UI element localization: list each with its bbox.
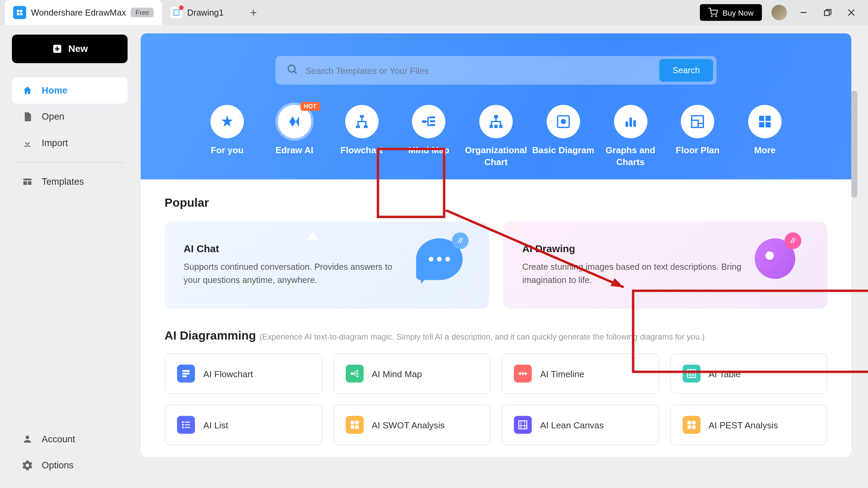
cat-label: More: [754, 144, 775, 156]
file-icon: [21, 111, 33, 123]
import-icon: [21, 137, 33, 149]
sidebar-options[interactable]: Options: [12, 452, 127, 479]
cat-foryou[interactable]: For you: [194, 105, 260, 167]
ai-lean-card[interactable]: AI Lean Canvas: [501, 405, 659, 445]
svg-point-43: [356, 370, 358, 372]
card-label: AI List: [203, 420, 228, 430]
content: ▾ ▾ ▾ Search For you HOTEdraw AI Flowcha…: [130, 25, 868, 488]
hero: Search For you HOTEdraw AI Flowchart Min…: [141, 33, 851, 179]
cat-flowchart[interactable]: Flowchart: [329, 105, 394, 167]
document-icon: [171, 6, 182, 18]
svg-line-17: [294, 71, 296, 74]
cat-label: Mind Map: [408, 144, 450, 156]
user-avatar[interactable]: [771, 5, 787, 20]
svg-point-47: [182, 421, 184, 423]
svg-rect-37: [759, 122, 764, 127]
card-label: AI Flowchart: [203, 368, 253, 379]
svg-rect-20: [363, 125, 367, 128]
cat-basic[interactable]: Basic Diagram: [530, 105, 596, 167]
account-icon: [21, 433, 33, 445]
sidebar-label: Home: [42, 85, 67, 96]
cat-edrawai[interactable]: HOTEdraw AI: [261, 105, 327, 167]
cat-label: Edraw AI: [275, 144, 313, 156]
ai-table-card[interactable]: AI Table: [670, 353, 827, 394]
sidebar-account[interactable]: Account: [12, 426, 127, 452]
search-input[interactable]: [305, 65, 652, 76]
card-label: AI Timeline: [540, 368, 584, 379]
svg-point-1: [716, 16, 716, 16]
section-title: AI Diagramming: [164, 329, 256, 343]
search-box: Search: [275, 56, 716, 84]
svg-rect-55: [350, 425, 354, 429]
search-icon: [286, 63, 298, 77]
sidebar-import[interactable]: Import: [12, 130, 127, 156]
tab-label: Drawing1: [187, 8, 224, 17]
sidebar-label: Options: [42, 460, 74, 471]
popular-section: Popular AI Chat Supports continued conve…: [141, 179, 851, 457]
new-tab-button[interactable]: +: [244, 3, 263, 22]
svg-point-42: [350, 372, 353, 375]
ai-drawing-card[interactable]: AI Drawing Create stunning images based …: [503, 222, 827, 309]
svg-rect-57: [519, 421, 527, 429]
plus-icon: [52, 43, 62, 54]
svg-rect-3: [825, 11, 829, 16]
svg-point-30: [560, 119, 566, 124]
ai-list-card[interactable]: AI List: [164, 405, 322, 445]
tab-app[interactable]: Wondershare EdrawMax Free: [5, 0, 162, 25]
svg-rect-48: [185, 422, 190, 423]
card-desc: Create stunning images based on text des…: [522, 261, 743, 287]
buy-now-button[interactable]: Buy Now: [700, 4, 762, 21]
close-button[interactable]: [844, 5, 859, 20]
maximize-button[interactable]: [820, 5, 834, 20]
search-button[interactable]: Search: [659, 59, 713, 82]
ai-pest-card[interactable]: AI PEST Analysis: [670, 405, 827, 445]
svg-rect-25: [494, 115, 498, 119]
hot-badge: HOT: [300, 102, 320, 111]
cat-floor[interactable]: Floor Plan: [665, 105, 730, 167]
svg-point-45: [356, 375, 358, 377]
cat-label: For you: [211, 144, 244, 156]
svg-rect-21: [422, 120, 426, 123]
svg-point-51: [182, 427, 184, 428]
svg-rect-52: [185, 427, 190, 428]
svg-rect-32: [629, 118, 632, 127]
new-button[interactable]: New: [12, 35, 127, 63]
svg-point-7: [26, 435, 29, 439]
ai-chat-card[interactable]: AI Chat Supports continued conversation.…: [164, 222, 489, 309]
card-label: AI Mind Map: [372, 368, 422, 379]
sidebar-label: Open: [42, 111, 64, 122]
svg-rect-23: [430, 120, 435, 122]
minimize-button[interactable]: [796, 5, 811, 20]
home-icon: [21, 85, 33, 97]
svg-rect-19: [356, 125, 359, 128]
svg-rect-41: [182, 375, 187, 377]
svg-rect-56: [355, 425, 359, 429]
cat-graphs[interactable]: Graphs and Charts: [598, 105, 663, 167]
ai-timeline-card[interactable]: AI Timeline: [501, 353, 659, 394]
svg-point-16: [288, 65, 295, 72]
divider: [17, 162, 124, 163]
sidebar-templates[interactable]: Templates: [12, 169, 127, 195]
cat-mindmap[interactable]: Mind Map: [396, 105, 461, 167]
cat-more[interactable]: More: [732, 105, 797, 167]
ai-swot-card[interactable]: AI SWOT Analysis: [333, 405, 491, 445]
svg-rect-27: [494, 125, 498, 128]
cat-label: Flowchart: [340, 144, 383, 156]
section-subtitle: (Experience AI text-to-diagram magic. Si…: [259, 332, 705, 341]
svg-rect-46: [687, 370, 695, 378]
ai-flowchart-card[interactable]: AI Flowchart: [164, 353, 322, 394]
cat-label: Basic Diagram: [532, 144, 594, 156]
sidebar-home[interactable]: Home: [12, 78, 127, 104]
card-title: AI Drawing: [522, 243, 743, 255]
sidebar-open[interactable]: Open: [12, 104, 127, 130]
cat-label: Organizational Chart: [463, 144, 529, 167]
app-name: Wondershare EdrawMax: [31, 8, 126, 17]
cat-org[interactable]: Organizational Chart: [463, 105, 529, 167]
active-indicator: [307, 232, 318, 240]
tab-drawing1[interactable]: Drawing1: [162, 0, 232, 25]
svg-rect-36: [766, 116, 771, 121]
svg-rect-40: [182, 373, 190, 374]
svg-rect-60: [687, 425, 691, 429]
ai-mindmap-card[interactable]: AI Mind Map: [333, 353, 491, 394]
scrollbar[interactable]: [851, 90, 857, 482]
